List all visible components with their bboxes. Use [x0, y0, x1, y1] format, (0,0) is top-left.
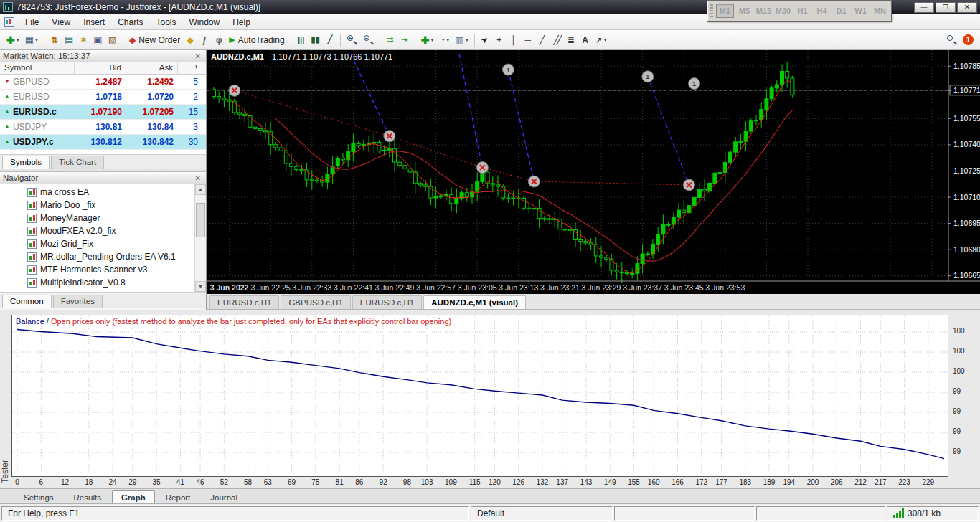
- chart-tab-3[interactable]: AUDNZD.c,M1 (visual): [423, 295, 526, 309]
- line-chart-toggle[interactable]: ╱: [323, 32, 337, 48]
- market-watch-row[interactable]: ▲USDJPY.c130.812130.84230: [0, 135, 206, 150]
- new-order-button[interactable]: ◆New Order: [126, 32, 183, 48]
- balance-graph[interactable]: [11, 315, 948, 477]
- menu-file[interactable]: File: [19, 15, 45, 29]
- market-watch-toggle[interactable]: ⇅: [47, 32, 62, 48]
- navigator-item[interactable]: Mozi Grid_Fix: [0, 237, 194, 250]
- restore-button[interactable]: ❐: [936, 2, 956, 13]
- search-button[interactable]: [943, 32, 960, 48]
- scripts-button[interactable]: ƒ: [197, 32, 212, 48]
- menu-window[interactable]: Window: [183, 15, 227, 29]
- profiles-button[interactable]: ▦▾: [22, 32, 41, 48]
- navigator-item[interactable]: MoneyManager: [0, 212, 194, 224]
- arrows-button[interactable]: ↗▾: [593, 32, 610, 48]
- templates-button[interactable]: ▥▾: [452, 32, 471, 48]
- column-symbol[interactable]: Symbol: [0, 62, 75, 74]
- close-icon[interactable]: ✕: [193, 174, 203, 182]
- navigator-tab-1[interactable]: Favorites: [53, 295, 103, 308]
- menu-tools[interactable]: Tools: [150, 15, 183, 29]
- menu-help[interactable]: Help: [226, 15, 257, 29]
- strategy-tester-toggle[interactable]: ▧: [105, 32, 120, 48]
- menu-view[interactable]: View: [45, 15, 77, 29]
- bar-chart-toggle[interactable]: |||: [294, 32, 308, 48]
- close-icon[interactable]: ✕: [193, 52, 203, 60]
- expert-advisor-icon: [27, 227, 37, 236]
- candlestick-toggle[interactable]: ▮▮: [308, 32, 323, 48]
- price-axis: 1.107851.107711.107551.107401.107251.107…: [948, 62, 980, 280]
- new-chart-icon: ✚: [6, 35, 15, 45]
- navigator-item[interactable]: ma cross EA: [0, 186, 194, 199]
- market-watch-row[interactable]: ▲EURUSD1.07181.07202: [0, 90, 206, 105]
- autotrading-button[interactable]: ▶AutoTrading: [226, 32, 287, 48]
- timeframe-m5[interactable]: M5: [735, 4, 753, 18]
- horizontal-line-button[interactable]: ─: [521, 32, 535, 48]
- timeframe-m15[interactable]: M15: [755, 4, 773, 18]
- navigator-tab-0[interactable]: Common: [2, 295, 52, 308]
- scroll-down-icon[interactable]: ▼: [195, 281, 206, 292]
- chart-tab-1[interactable]: GBPUSD.c,H1: [281, 295, 350, 309]
- notifications-button[interactable]: 1: [960, 32, 976, 48]
- navigator-item[interactable]: MTF Harmonics Scanner v3: [0, 263, 194, 276]
- status-profile[interactable]: Default: [471, 506, 613, 521]
- new-chart-button[interactable]: ✚▾: [4, 32, 22, 48]
- column-bid[interactable]: Bid: [75, 62, 126, 74]
- market-watch-tab-0[interactable]: Symbols: [2, 156, 50, 169]
- chart-shift-toggle[interactable]: ⇥: [397, 32, 412, 48]
- data-window-toggle[interactable]: ▤: [62, 32, 76, 48]
- expert-advisors-button[interactable]: ◆: [183, 32, 197, 48]
- column-spread[interactable]: !: [178, 62, 202, 74]
- zoom-out-button[interactable]: −: [360, 32, 377, 48]
- tester-tab-1[interactable]: Results: [65, 490, 110, 504]
- x-axis-label: 149: [604, 478, 616, 486]
- column-ask[interactable]: Ask: [126, 62, 178, 74]
- timeframe-h1[interactable]: H1: [793, 4, 811, 18]
- navigator-item[interactable]: MultipleIndicator_V0.8: [0, 276, 194, 289]
- market-watch-row[interactable]: ▼GBPUSD1.24871.24925: [0, 75, 206, 90]
- navigator-toggle[interactable]: ✶: [76, 32, 90, 48]
- trendline-button[interactable]: ╱: [535, 32, 550, 48]
- navigator-item[interactable]: MoodFXEA v2.0_fix: [0, 224, 194, 237]
- tester-tab-3[interactable]: Report: [156, 490, 200, 504]
- toolbar-grip[interactable]: [710, 4, 713, 17]
- timeframe-h4[interactable]: H4: [813, 4, 831, 18]
- crosshair-button[interactable]: +: [492, 32, 507, 48]
- timeframe-m1[interactable]: M1: [716, 4, 734, 18]
- chart-tab-0[interactable]: EURUSD.c,H1: [209, 295, 279, 309]
- navigator-item[interactable]: MR.dollar_Pending Orders EA V6.1: [0, 250, 194, 263]
- market-watch-row[interactable]: ▲EURUSD.c1.071901.0720515: [0, 105, 206, 120]
- terminal-toggle[interactable]: ▣: [90, 32, 105, 48]
- timeframe-w1[interactable]: W1: [852, 4, 870, 18]
- options-button[interactable]: φ: [212, 32, 226, 48]
- fibonacci-button[interactable]: ≣: [564, 32, 578, 48]
- periods-button[interactable]: ◔▾: [436, 32, 452, 48]
- chart-tab-2[interactable]: EURUSD.c,H1: [352, 295, 422, 309]
- menu-charts[interactable]: Charts: [111, 15, 149, 29]
- status-connection[interactable]: 308/1 kb: [887, 506, 979, 521]
- timeframe-d1[interactable]: D1: [832, 4, 850, 18]
- periods-icon: ◔: [439, 35, 445, 44]
- auto-scroll-toggle[interactable]: ⇉: [383, 32, 397, 48]
- price-chart[interactable]: 1111.107851.107711.107551.107401.107251.…: [207, 50, 980, 294]
- scroll-up-icon[interactable]: ▲: [195, 184, 206, 195]
- timeframe-m30[interactable]: M30: [774, 4, 792, 18]
- zoom-in-button[interactable]: +: [344, 32, 360, 48]
- vertical-line-button[interactable]: │: [507, 32, 521, 48]
- close-button[interactable]: ✕: [957, 2, 977, 13]
- tester-tab-4[interactable]: Journal: [201, 490, 247, 504]
- text-button[interactable]: A: [578, 32, 593, 48]
- timeframe-mn[interactable]: MN: [871, 4, 889, 18]
- minimize-button[interactable]: —: [914, 2, 934, 13]
- chart-window-menu-icon[interactable]: [4, 17, 14, 27]
- x-axis-label: 69: [288, 478, 296, 486]
- market-watch-tab-1[interactable]: Tick Chart: [51, 156, 104, 169]
- channel-button[interactable]: ╱╱: [550, 32, 564, 48]
- tester-tab-2[interactable]: Graph: [112, 490, 155, 504]
- cursor-button[interactable]: ➤: [478, 32, 492, 48]
- menu-insert[interactable]: Insert: [77, 15, 111, 29]
- market-watch-row[interactable]: ▲USDJPY130.81130.843: [0, 120, 206, 135]
- navigator-item[interactable]: Mario Doo _fix: [0, 199, 194, 212]
- navigator-scrollbar[interactable]: ▲ ▼: [194, 184, 206, 292]
- scrollbar-thumb[interactable]: [196, 203, 205, 237]
- indicators-button[interactable]: ✚▾: [418, 32, 437, 48]
- tester-tab-0[interactable]: Settings: [14, 490, 63, 504]
